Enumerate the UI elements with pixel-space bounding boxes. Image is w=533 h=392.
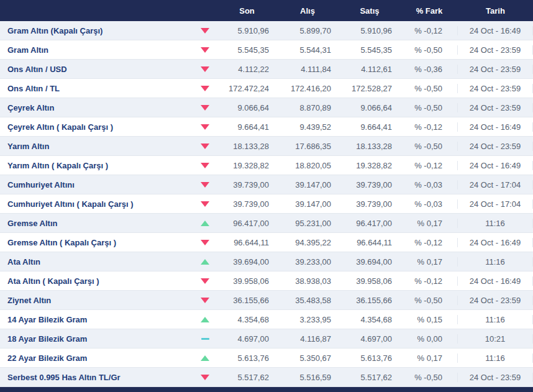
sell-price-value: 5.613,76 xyxy=(339,353,401,363)
instrument-name-link[interactable]: Ons Altın / USD xyxy=(0,65,193,74)
trend-cell xyxy=(193,105,217,111)
rate-row: Gram Altın (Kapalı Çarşı) 5.910,96 5.899… xyxy=(0,21,533,40)
rate-row: Çeyrek Altın 9.066,64 8.870,89 9.066,64 … xyxy=(0,98,533,117)
timestamp-value: 11:16 xyxy=(458,257,533,267)
instrument-name-link[interactable]: Ata Altın ( Kapalı Çarşı ) xyxy=(0,276,193,286)
buy-price-value: 4.116,87 xyxy=(276,334,339,344)
instrument-name-link[interactable]: Çeyrek Altın xyxy=(0,103,193,112)
up-arrow-icon xyxy=(201,259,209,265)
buy-price-value: 5.516,59 xyxy=(276,373,339,382)
change-percent-value: % 0,00 xyxy=(401,334,458,344)
timestamp-value: 24 Oct - 16:49 xyxy=(458,276,533,286)
change-percent-value: % -0,50 xyxy=(401,103,458,112)
change-percent-value: % 0,17 xyxy=(401,353,458,363)
last-price-value: 19.328,82 xyxy=(217,161,276,170)
trend-cell xyxy=(193,240,217,245)
down-arrow-icon xyxy=(201,278,209,284)
timestamp-value: 24 Oct - 23:59 xyxy=(458,84,533,93)
down-arrow-icon xyxy=(201,201,209,207)
sell-price-value: 19.328,82 xyxy=(339,161,401,170)
gold-rates-table: Son Alış Satış % Fark Tarih Gram Altın (… xyxy=(0,0,533,392)
table-body: Gram Altın (Kapalı Çarşı) 5.910,96 5.899… xyxy=(0,21,533,387)
rate-row: Gremse Altın 96.417,00 95.231,00 96.417,… xyxy=(0,214,533,233)
timestamp-value: 24 Oct - 17:04 xyxy=(458,199,533,209)
instrument-name-link[interactable]: Gram Altın xyxy=(0,45,193,55)
trend-cell xyxy=(193,298,217,303)
last-price-value: 5.613,76 xyxy=(217,353,276,363)
instrument-name-link[interactable]: Serbest 0.995 Has Altın TL/Gr xyxy=(0,373,193,382)
rate-row: Ata Altın 39.694,00 39.233,00 39.694,00 … xyxy=(0,252,533,271)
instrument-name-link[interactable]: Yarım Altın ( Kapalı Çarşı ) xyxy=(0,161,193,170)
trend-cell xyxy=(193,317,217,322)
trend-cell xyxy=(193,355,217,361)
down-arrow-icon xyxy=(201,375,209,380)
up-arrow-icon xyxy=(201,355,209,361)
trend-cell xyxy=(193,86,217,91)
buy-price-value: 39.233,00 xyxy=(276,257,339,267)
instrument-name-link[interactable]: Yarım Altın xyxy=(0,142,193,151)
trend-cell xyxy=(193,259,217,265)
instrument-name-link[interactable]: Cumhuriyet Altını ( Kapalı Çarşı ) xyxy=(0,199,193,209)
trend-cell xyxy=(193,124,217,130)
buy-price-value: 39.147,00 xyxy=(276,199,339,209)
instrument-name-link[interactable]: Ziynet Altın xyxy=(0,296,193,305)
change-percent-value: % -0,03 xyxy=(401,180,458,189)
instrument-name-link[interactable]: Çeyrek Altın ( Kapalı Çarşı ) xyxy=(0,122,193,132)
buy-price-value: 95.231,00 xyxy=(276,219,339,228)
down-arrow-icon xyxy=(201,240,209,245)
down-arrow-icon xyxy=(201,144,209,149)
last-price-value: 96.644,11 xyxy=(217,238,276,247)
last-price-value: 96.417,00 xyxy=(217,219,276,228)
instrument-name-link[interactable]: Ata Altın xyxy=(0,257,193,267)
rate-row: Ziynet Altın 36.155,66 35.483,58 36.155,… xyxy=(0,291,533,310)
change-percent-value: % -0,36 xyxy=(401,65,458,74)
down-arrow-icon xyxy=(201,163,209,168)
sell-price-value: 9.664,41 xyxy=(339,122,401,132)
last-price-value: 4.112,22 xyxy=(217,65,276,74)
instrument-name-link[interactable]: Gram Altın (Kapalı Çarşı) xyxy=(0,26,193,35)
instrument-name-link[interactable]: Gremse Altın ( Kapalı Çarşı ) xyxy=(0,238,193,247)
instrument-name-link[interactable]: Ons Altın / TL xyxy=(0,84,193,93)
change-percent-value: % 0,15 xyxy=(401,315,458,324)
rate-row: Yarım Altın ( Kapalı Çarşı ) 19.328,82 1… xyxy=(0,156,533,175)
timestamp-value: 24 Oct - 23:59 xyxy=(458,65,533,74)
sell-price-value: 96.644,11 xyxy=(339,238,401,247)
rate-row: Ons Altın / TL 172.472,24 172.416,20 172… xyxy=(0,79,533,98)
instrument-name-link[interactable]: 14 Ayar Bilezik Gram xyxy=(0,315,193,324)
sell-price-value: 172.528,27 xyxy=(339,84,401,93)
sell-price-value: 36.155,66 xyxy=(339,296,401,305)
timestamp-value: 11:16 xyxy=(458,315,533,324)
last-price-value: 39.694,00 xyxy=(217,257,276,267)
instrument-name-link[interactable]: Cumhuriyet Altını xyxy=(0,180,193,189)
rate-row: Gremse Altın ( Kapalı Çarşı ) 96.644,11 … xyxy=(0,233,533,252)
buy-price-value: 94.395,22 xyxy=(276,238,339,247)
instrument-name-link[interactable]: 22 Ayar Bilezik Gram xyxy=(0,353,193,363)
buy-price-value: 35.483,58 xyxy=(276,296,339,305)
change-percent-value: % -0,50 xyxy=(401,373,458,382)
instrument-name-link[interactable]: Gremse Altın xyxy=(0,219,193,228)
rate-row: Serbest 0.995 Has Altın TL/Gr 5.517,62 5… xyxy=(0,368,533,387)
sell-price-value: 39.958,06 xyxy=(339,276,401,286)
down-arrow-icon xyxy=(201,124,209,130)
down-arrow-icon xyxy=(201,86,209,91)
up-arrow-icon xyxy=(201,317,209,322)
timestamp-value: 11:16 xyxy=(458,219,533,228)
last-price-value: 4.354,68 xyxy=(217,315,276,324)
change-percent-value: % -0,03 xyxy=(401,199,458,209)
buy-price-value: 4.111,84 xyxy=(276,65,339,74)
sell-price-value: 5.517,62 xyxy=(339,373,401,382)
down-arrow-icon xyxy=(201,66,209,72)
header-cell-son: Son xyxy=(217,6,276,16)
last-price-value: 18.133,28 xyxy=(217,142,276,151)
trend-cell xyxy=(193,144,217,149)
trend-cell xyxy=(193,338,217,340)
buy-price-value: 38.938,03 xyxy=(276,276,339,286)
change-percent-value: % -0,50 xyxy=(401,84,458,93)
buy-price-value: 18.820,05 xyxy=(276,161,339,170)
last-price-value: 172.472,24 xyxy=(217,84,276,93)
header-cell-fark: % Fark xyxy=(401,6,458,16)
buy-price-value: 17.686,35 xyxy=(276,142,339,151)
last-price-value: 39.958,06 xyxy=(217,276,276,286)
rate-row: 18 Ayar Bilezik Gram 4.697,00 4.116,87 4… xyxy=(0,329,533,349)
instrument-name-link[interactable]: 18 Ayar Bilezik Gram xyxy=(0,334,193,344)
